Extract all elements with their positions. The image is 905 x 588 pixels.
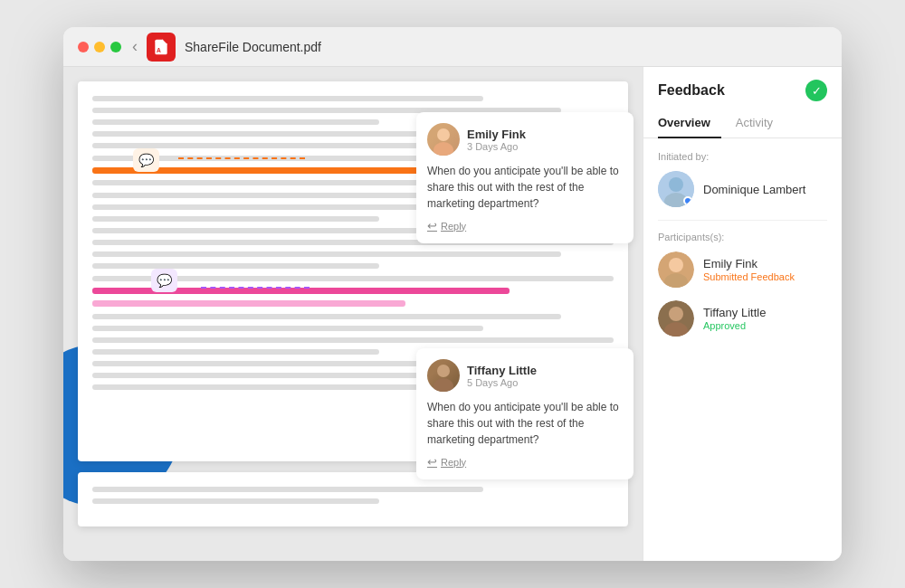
comment-author-name: Tiffany Little [467, 364, 623, 377]
comments-panel: Emily Fink 3 Days Ago When do you antici… [416, 85, 634, 488]
reply-label: Reply [441, 457, 466, 468]
svg-point-12 [669, 307, 683, 321]
feedback-sidebar: Feedback ✓ Overview Activity Initiated b… [643, 67, 842, 561]
initiator-row: Dominique Lambert [658, 171, 827, 207]
comment-annotation-orange[interactable]: 💬 [133, 148, 159, 172]
doc-line [92, 498, 379, 504]
initiator-info: Dominique Lambert [703, 183, 827, 196]
tab-activity[interactable]: Activity [736, 109, 784, 138]
comment-thread-tiffany: Tiffany Little 5 Days Ago When do you an… [416, 348, 634, 479]
doc-line [92, 216, 379, 222]
comment-thread-emily: Emily Fink 3 Days Ago When do you antici… [416, 112, 634, 243]
initiator-name: Dominique Lambert [703, 183, 827, 196]
svg-point-1 [437, 128, 450, 141]
connector-purple [201, 287, 310, 289]
avatar-participant-tiffany [658, 300, 694, 337]
avatar-tiffany [427, 359, 460, 392]
avatar-emily [427, 123, 460, 156]
back-button[interactable]: ‹ [132, 37, 138, 56]
reply-button[interactable]: ↩ Reply [427, 219, 623, 232]
document-area: 💬 💬 [63, 67, 643, 561]
sidebar-header: Feedback ✓ [643, 67, 842, 101]
file-title: ShareFile Document.pdf [185, 40, 321, 54]
app-window: ‹ A ShareFile Document.pdf [63, 27, 842, 561]
minimize-button[interactable] [94, 42, 105, 52]
participants-label: Participants(s): [658, 232, 827, 242]
sidebar-title: Feedback [658, 82, 725, 99]
doc-line [92, 349, 379, 355]
participant-name: Tiffany Little [703, 306, 827, 319]
comment-time: 3 Days Ago [467, 141, 623, 152]
traffic-lights [78, 42, 121, 52]
svg-point-2 [433, 142, 453, 156]
comment-header: Tiffany Little 5 Days Ago [427, 359, 623, 392]
comment-time: 5 Days Ago [467, 377, 623, 388]
online-dot [683, 196, 692, 205]
doc-line-pink-light [92, 300, 405, 307]
reply-label: Reply [441, 221, 466, 232]
comment-text: When do you anticipate you'll be able to… [427, 163, 623, 212]
connector-orange [178, 157, 305, 159]
main-content: 💬 💬 [63, 67, 842, 561]
sidebar-body: Initiated by: Dominique Lambert [643, 138, 842, 561]
comment-author-name: Emily Fink [467, 128, 623, 141]
close-button[interactable] [78, 42, 89, 52]
app-icon: A [147, 33, 176, 62]
sidebar-tabs: Overview Activity [643, 109, 842, 138]
participant-info-tiffany: Tiffany Little Approved [703, 306, 827, 331]
divider [658, 220, 827, 221]
svg-point-3 [437, 365, 450, 377]
participant-row-tiffany: Tiffany Little Approved [658, 300, 827, 337]
titlebar: ‹ A ShareFile Document.pdf [63, 27, 842, 67]
avatar-dominique [658, 171, 694, 207]
participant-row-emily: Emily Fink Submitted Feedback [658, 251, 827, 288]
check-icon: ✓ [805, 80, 827, 101]
avatar-participant-emily [658, 251, 694, 288]
svg-point-6 [669, 177, 683, 192]
doc-line [92, 263, 379, 269]
participant-name: Emily Fink [703, 257, 827, 270]
participant-status: Approved [703, 320, 827, 331]
fullscreen-button[interactable] [110, 42, 121, 52]
participant-info-emily: Emily Fink Submitted Feedback [703, 257, 827, 282]
doc-line [92, 119, 379, 125]
comment-text: When do you anticipate you'll be able to… [427, 399, 623, 448]
comment-header: Emily Fink 3 Days Ago [427, 123, 623, 156]
svg-text:A: A [157, 46, 161, 52]
initiated-label: Initiated by: [658, 151, 827, 162]
svg-point-9 [669, 258, 683, 272]
reply-button[interactable]: ↩ Reply [427, 455, 623, 469]
tab-overview[interactable]: Overview [658, 109, 721, 138]
comment-annotation-purple[interactable]: 💬 [151, 269, 177, 292]
participant-status: Submitted Feedback [703, 271, 827, 282]
comment-meta: Tiffany Little 5 Days Ago [467, 364, 623, 388]
comment-meta: Emily Fink 3 Days Ago [467, 128, 623, 152]
svg-point-4 [433, 378, 453, 392]
